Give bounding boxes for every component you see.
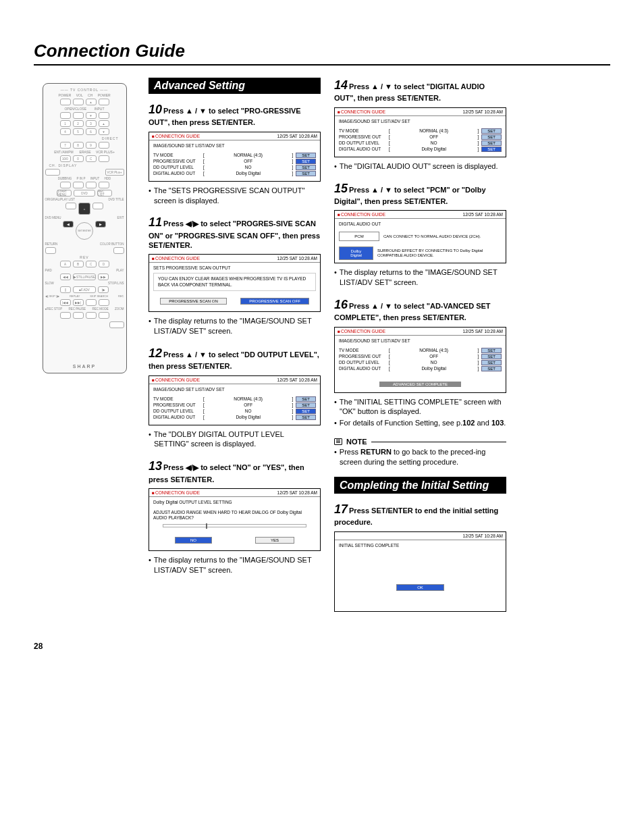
no-button: NO [175, 537, 212, 544]
progressive-scan-off-button: PROGRESSIVE SCAN OFF [240, 298, 309, 305]
osd-screen-12: CONNECTION GUIDE12/25 SAT 10:28 AM IMAGE… [149, 375, 321, 425]
osd-screen-14: CONNECTION GUIDE12/25 SAT 10:28 AM IMAGE… [334, 107, 506, 157]
step-14: 14Press ▲ / ▼ to select "DIGITAL AUDIO O… [334, 78, 506, 172]
osd-screen-11: CONNECTION GUIDE12/25 SAT 10:28 AM SETS … [149, 254, 321, 312]
osd-screen-17: 12/25 SAT 10:28 AM INITIAL SETTING COMPL… [334, 531, 506, 612]
step-11: 11Press ◀/▶ to select "PROGRES-SIVE SCAN… [149, 215, 321, 336]
step-number: 11 [149, 215, 162, 229]
note-icon [334, 438, 342, 445]
pcm-button: PCM [339, 232, 379, 241]
step-16: 16Press ▲ / ▼ to select "AD-VANCED SET C… [334, 297, 506, 428]
step-number: 14 [334, 78, 348, 92]
step-number: 13 [149, 459, 162, 473]
note-label: NOTE [346, 438, 367, 446]
yes-button: YES [255, 537, 294, 544]
step-10: 10Press ▲ / ▼ to select "PRO-GRESSIVE OU… [149, 102, 321, 205]
remote-column: —— TV CONTROL —— POWER VOL CH POWER ▲ OP… [34, 78, 135, 621]
remote-tv-control-label: —— TV CONTROL —— [61, 88, 109, 92]
osd-screen-16: CONNECTION GUIDE12/25 SAT 10:28 AM IMAGE… [334, 327, 506, 393]
step-15: 15Press ▲ / ▼ to select "PCM" or "Dolby … [334, 181, 506, 288]
osd-screen-13: CONNECTION GUIDE12/25 SAT 10:28 AM Dolby… [149, 488, 321, 551]
step-13: 13Press ◀/▶ to select "NO" or "YES", the… [149, 459, 321, 575]
advanced-set-complete-button: ADVANCED SET COMPLETE [379, 382, 461, 387]
remote-brand: SHARP [73, 364, 97, 369]
step-12: 12Press ▲ / ▼ to select "DD OUTPUT LEVEL… [149, 346, 321, 449]
step-number: 17 [334, 502, 348, 516]
note-block: NOTE Press RETURN to go back to the prec… [334, 438, 506, 467]
dolby-digital-button: Dolby Digital [339, 246, 373, 260]
page-number: 28 [34, 642, 610, 651]
step-number: 10 [149, 103, 162, 116]
progressive-scan-on-button: PROGRESSIVE SCAN ON [160, 298, 227, 305]
ok-button: OK [396, 584, 444, 591]
step-number: 16 [334, 298, 348, 311]
remote-control-diagram: —— TV CONTROL —— POWER VOL CH POWER ▲ OP… [43, 83, 127, 373]
step-number: 15 [334, 182, 348, 195]
osd-screen-10: CONNECTION GUIDE12/25 SAT 10:28 AM IMAGE… [149, 132, 321, 182]
osd-screen-15: CONNECTION GUIDE12/25 SAT 10:28 AM DIGIT… [334, 210, 506, 263]
step-number: 12 [149, 346, 162, 360]
step-17: 17Press SET/ENTER to end the initial set… [334, 502, 506, 612]
page-title: Connection Guide [34, 41, 610, 66]
section-advanced-setting: Advanced Setting [149, 78, 321, 94]
section-completing-initial-setting: Completing the Initial Setting [334, 477, 506, 494]
